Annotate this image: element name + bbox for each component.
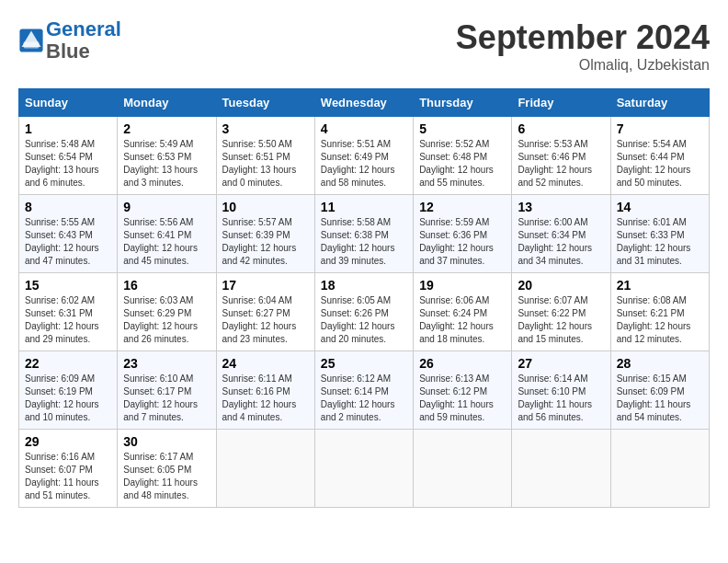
- day-info: Sunrise: 6:16 AM Sunset: 6:07 PM Dayligh…: [25, 451, 111, 502]
- day-info: Sunrise: 6:13 AM Sunset: 6:12 PM Dayligh…: [419, 373, 506, 424]
- day-number: 28: [617, 356, 703, 371]
- table-row: 30Sunrise: 6:17 AM Sunset: 6:05 PM Dayli…: [118, 430, 216, 508]
- table-row: 12Sunrise: 5:59 AM Sunset: 6:36 PM Dayli…: [414, 195, 512, 273]
- day-number: 2: [123, 121, 210, 136]
- day-number: 10: [222, 200, 309, 214]
- day-number: 22: [25, 356, 111, 371]
- table-row: 20Sunrise: 6:07 AM Sunset: 6:22 PM Dayli…: [512, 273, 610, 351]
- table-row: 6Sunrise: 5:53 AM Sunset: 6:46 PM Daylig…: [512, 117, 610, 195]
- day-number: 6: [518, 121, 604, 136]
- day-info: Sunrise: 6:12 AM Sunset: 6:14 PM Dayligh…: [321, 373, 407, 424]
- day-number: 11: [321, 200, 407, 214]
- table-row: 11Sunrise: 5:58 AM Sunset: 6:38 PM Dayli…: [314, 195, 413, 273]
- day-info: Sunrise: 6:07 AM Sunset: 6:22 PM Dayligh…: [518, 294, 604, 346]
- day-info: Sunrise: 5:54 AM Sunset: 6:44 PM Dayligh…: [617, 138, 703, 190]
- col-wednesday: Wednesday: [314, 89, 413, 117]
- table-row: 25Sunrise: 6:12 AM Sunset: 6:14 PM Dayli…: [314, 351, 413, 430]
- table-row: 8Sunrise: 5:55 AM Sunset: 6:43 PM Daylig…: [19, 195, 118, 273]
- table-row: 3Sunrise: 5:50 AM Sunset: 6:51 PM Daylig…: [216, 117, 314, 195]
- table-row: [512, 430, 610, 508]
- table-row: [414, 430, 512, 508]
- day-info: Sunrise: 6:14 AM Sunset: 6:10 PM Dayligh…: [518, 373, 604, 424]
- day-number: 5: [419, 121, 506, 136]
- day-info: Sunrise: 5:58 AM Sunset: 6:38 PM Dayligh…: [321, 216, 407, 268]
- day-info: Sunrise: 5:52 AM Sunset: 6:48 PM Dayligh…: [419, 138, 506, 190]
- table-row: 23Sunrise: 6:10 AM Sunset: 6:17 PM Dayli…: [118, 351, 216, 430]
- col-tuesday: Tuesday: [216, 89, 314, 117]
- day-number: 23: [123, 356, 210, 371]
- table-row: 19Sunrise: 6:06 AM Sunset: 6:24 PM Dayli…: [414, 273, 512, 351]
- title-block: September 2024 Olmaliq, Uzbekistan: [456, 18, 710, 74]
- table-row: 26Sunrise: 6:13 AM Sunset: 6:12 PM Dayli…: [414, 351, 512, 430]
- table-row: 22Sunrise: 6:09 AM Sunset: 6:19 PM Dayli…: [19, 351, 118, 430]
- table-row: 9Sunrise: 5:56 AM Sunset: 6:41 PM Daylig…: [118, 195, 216, 273]
- table-row: [216, 430, 314, 508]
- col-thursday: Thursday: [414, 89, 512, 117]
- table-row: 4Sunrise: 5:51 AM Sunset: 6:49 PM Daylig…: [314, 117, 413, 195]
- day-number: 14: [617, 200, 703, 214]
- day-number: 25: [321, 356, 407, 371]
- day-number: 4: [321, 121, 407, 136]
- day-number: 18: [321, 278, 407, 293]
- col-saturday: Saturday: [610, 89, 709, 117]
- day-info: Sunrise: 5:57 AM Sunset: 6:39 PM Dayligh…: [222, 216, 309, 268]
- day-info: Sunrise: 5:49 AM Sunset: 6:53 PM Dayligh…: [123, 138, 210, 190]
- logo-text: General Blue: [46, 18, 121, 63]
- table-row: 29Sunrise: 6:16 AM Sunset: 6:07 PM Dayli…: [19, 430, 118, 508]
- day-number: 19: [419, 278, 506, 293]
- day-number: 12: [419, 200, 506, 214]
- col-monday: Monday: [118, 89, 216, 117]
- table-row: 28Sunrise: 6:15 AM Sunset: 6:09 PM Dayli…: [610, 351, 709, 430]
- table-row: 24Sunrise: 6:11 AM Sunset: 6:16 PM Dayli…: [216, 351, 314, 430]
- day-number: 17: [222, 278, 309, 293]
- day-number: 15: [25, 278, 111, 293]
- day-info: Sunrise: 5:50 AM Sunset: 6:51 PM Dayligh…: [222, 138, 309, 190]
- location: Olmaliq, Uzbekistan: [456, 57, 710, 74]
- table-row: 21Sunrise: 6:08 AM Sunset: 6:21 PM Dayli…: [610, 273, 709, 351]
- day-info: Sunrise: 5:53 AM Sunset: 6:46 PM Dayligh…: [518, 138, 604, 190]
- svg-rect-2: [24, 42, 40, 49]
- day-info: Sunrise: 6:10 AM Sunset: 6:17 PM Dayligh…: [123, 373, 210, 424]
- day-number: 27: [518, 356, 604, 371]
- table-row: 10Sunrise: 5:57 AM Sunset: 6:39 PM Dayli…: [216, 195, 314, 273]
- logo: General Blue: [18, 18, 121, 63]
- table-row: 7Sunrise: 5:54 AM Sunset: 6:44 PM Daylig…: [610, 117, 709, 195]
- table-row: [314, 430, 413, 508]
- day-info: Sunrise: 6:06 AM Sunset: 6:24 PM Dayligh…: [419, 294, 506, 346]
- day-number: 30: [123, 434, 210, 449]
- table-row: 27Sunrise: 6:14 AM Sunset: 6:10 PM Dayli…: [512, 351, 610, 430]
- day-number: 8: [25, 200, 111, 214]
- day-number: 24: [222, 356, 309, 371]
- table-row: 17Sunrise: 6:04 AM Sunset: 6:27 PM Dayli…: [216, 273, 314, 351]
- day-info: Sunrise: 5:48 AM Sunset: 6:54 PM Dayligh…: [25, 138, 111, 190]
- day-number: 3: [222, 121, 309, 136]
- table-row: 5Sunrise: 5:52 AM Sunset: 6:48 PM Daylig…: [414, 117, 512, 195]
- day-info: Sunrise: 5:59 AM Sunset: 6:36 PM Dayligh…: [419, 216, 506, 268]
- table-row: 13Sunrise: 6:00 AM Sunset: 6:34 PM Dayli…: [512, 195, 610, 273]
- day-info: Sunrise: 6:01 AM Sunset: 6:33 PM Dayligh…: [617, 216, 703, 268]
- table-row: 15Sunrise: 6:02 AM Sunset: 6:31 PM Dayli…: [19, 273, 118, 351]
- col-sunday: Sunday: [19, 89, 118, 117]
- day-number: 1: [25, 121, 111, 136]
- day-number: 9: [123, 200, 210, 214]
- table-row: 1Sunrise: 5:48 AM Sunset: 6:54 PM Daylig…: [19, 117, 118, 195]
- day-number: 16: [123, 278, 210, 293]
- day-number: 7: [617, 121, 703, 136]
- col-friday: Friday: [512, 89, 610, 117]
- month-title: September 2024: [456, 18, 710, 57]
- day-info: Sunrise: 6:08 AM Sunset: 6:21 PM Dayligh…: [617, 294, 703, 346]
- day-number: 21: [617, 278, 703, 293]
- table-row: 2Sunrise: 5:49 AM Sunset: 6:53 PM Daylig…: [118, 117, 216, 195]
- table-row: 18Sunrise: 6:05 AM Sunset: 6:26 PM Dayli…: [314, 273, 413, 351]
- day-info: Sunrise: 5:51 AM Sunset: 6:49 PM Dayligh…: [321, 138, 407, 190]
- table-row: 16Sunrise: 6:03 AM Sunset: 6:29 PM Dayli…: [118, 273, 216, 351]
- table-row: 14Sunrise: 6:01 AM Sunset: 6:33 PM Dayli…: [610, 195, 709, 273]
- day-info: Sunrise: 6:04 AM Sunset: 6:27 PM Dayligh…: [222, 294, 309, 346]
- day-info: Sunrise: 6:17 AM Sunset: 6:05 PM Dayligh…: [123, 451, 210, 502]
- day-number: 13: [518, 200, 604, 214]
- day-info: Sunrise: 6:00 AM Sunset: 6:34 PM Dayligh…: [518, 216, 604, 268]
- day-info: Sunrise: 6:05 AM Sunset: 6:26 PM Dayligh…: [321, 294, 407, 346]
- day-number: 29: [25, 434, 111, 449]
- day-number: 26: [419, 356, 506, 371]
- day-info: Sunrise: 6:15 AM Sunset: 6:09 PM Dayligh…: [617, 373, 703, 424]
